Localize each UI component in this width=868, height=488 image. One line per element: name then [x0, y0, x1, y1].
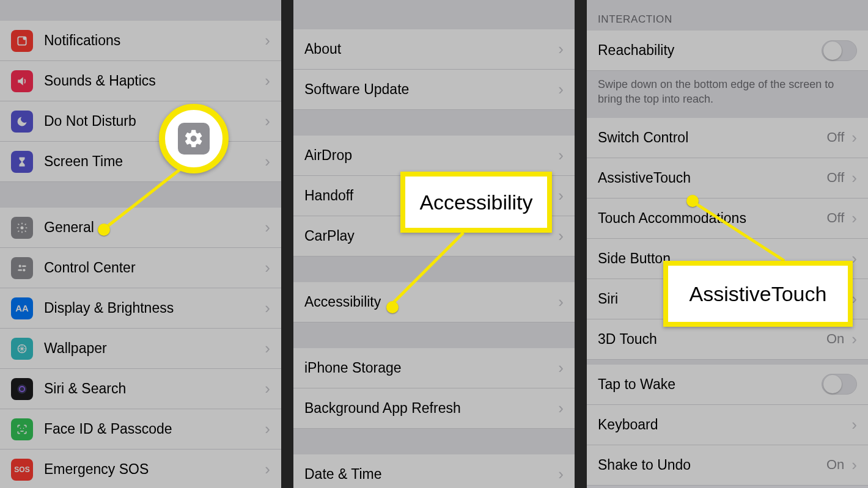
chevron-right-icon: ›: [849, 330, 857, 349]
row-controlcenter[interactable]: Control Center›: [0, 248, 281, 288]
row-handoff[interactable]: Handoff›: [293, 176, 575, 216]
row-shaketoundo[interactable]: Shake to UndoOn›: [587, 445, 868, 486]
row-wallpaper[interactable]: Wallpaper›: [0, 329, 281, 369]
row-label: Accessibility: [304, 294, 556, 310]
row-label: Keyboard: [598, 417, 849, 433]
svg-point-5: [23, 269, 25, 271]
row-keyboard[interactable]: Keyboard›: [587, 405, 868, 445]
row-dnd[interactable]: Do Not Disturb›: [0, 101, 281, 142]
row-label: Emergency SOS: [44, 461, 262, 478]
chevron-right-icon: ›: [556, 146, 564, 165]
row-switchcontrol[interactable]: Switch ControlOff›: [587, 118, 868, 158]
row-reachability[interactable]: Reachability: [587, 31, 868, 71]
row-sounds[interactable]: Sounds & Haptics›: [0, 61, 281, 101]
controls-icon: [11, 257, 33, 279]
chevron-right-icon: ›: [556, 40, 564, 59]
section-header-interaction: INTERACTION: [587, 0, 868, 31]
row-label: About: [304, 41, 556, 57]
row-sidebutton[interactable]: Side Button›: [587, 239, 868, 279]
row-faceid[interactable]: Face ID & Passcode›: [0, 409, 281, 450]
row-screentime[interactable]: Screen Time›: [0, 142, 281, 182]
row-about[interactable]: About›: [293, 29, 575, 70]
row-carplay[interactable]: CarPlay›: [293, 216, 575, 257]
row-assistivetouch[interactable]: AssistiveTouchOff›: [587, 158, 868, 198]
row-label: Side Button: [598, 250, 849, 267]
row-general[interactable]: General›: [0, 208, 281, 248]
row-label: Handoff: [304, 188, 556, 204]
chevron-right-icon: ›: [556, 359, 564, 377]
row-taptowake[interactable]: Tap to Wake: [587, 365, 868, 405]
sos-icon: SOS: [11, 459, 33, 481]
row-sos[interactable]: SOSEmergency SOS›: [0, 450, 281, 488]
row-value: Off: [826, 170, 844, 186]
chevron-right-icon: ›: [262, 460, 270, 479]
siri-icon: [11, 378, 33, 400]
chevron-right-icon: ›: [262, 31, 270, 50]
chevron-right-icon: ›: [849, 415, 857, 434]
row-siri[interactable]: Siri & Search›: [0, 369, 281, 409]
row-update[interactable]: Software Update›: [293, 70, 575, 110]
chevron-right-icon: ›: [556, 399, 564, 418]
svg-rect-6: [18, 269, 22, 271]
row-display[interactable]: AADisplay & Brightness›: [0, 288, 281, 329]
chevron-right-icon: ›: [262, 420, 270, 439]
row-siri-row[interactable]: Siri›: [587, 279, 868, 319]
chevron-right-icon: ›: [262, 299, 270, 318]
svg-point-12: [23, 428, 24, 429]
row-touchaccom[interactable]: Touch AccommodationsOff›: [587, 198, 868, 239]
row-label: Background App Refresh: [304, 400, 556, 417]
row-label: 3D Touch: [598, 331, 826, 348]
row-value: On: [826, 331, 844, 347]
row-label: Display & Brightness: [44, 300, 262, 316]
toggle-reachability[interactable]: [822, 40, 857, 61]
toggle-taptowake[interactable]: [822, 374, 857, 395]
row-datetime[interactable]: Date & Time›: [293, 454, 575, 488]
chevron-right-icon: ›: [849, 169, 857, 188]
row-notifications[interactable]: Notifications›: [0, 21, 281, 61]
chevron-right-icon: ›: [849, 128, 857, 147]
row-accessibility[interactable]: Accessibility›: [293, 282, 575, 322]
row-label: Wallpaper: [44, 340, 262, 357]
chevron-right-icon: ›: [849, 290, 857, 308]
row-label: Siri & Search: [44, 381, 262, 397]
row-label: AssistiveTouch: [598, 170, 826, 186]
svg-rect-4: [22, 265, 26, 267]
chevron-right-icon: ›: [262, 379, 270, 398]
chevron-right-icon: ›: [262, 339, 270, 358]
chevron-right-icon: ›: [556, 227, 564, 246]
notifications-icon: [11, 30, 33, 52]
gear-icon: [11, 217, 33, 239]
row-label: Touch Accommodations: [598, 210, 826, 227]
chevron-right-icon: ›: [556, 80, 564, 99]
chevron-right-icon: ›: [262, 152, 270, 171]
row-label: Control Center: [44, 260, 262, 276]
row-3dtouch[interactable]: 3D TouchOn›: [587, 319, 868, 360]
row-value: On: [826, 457, 844, 473]
row-storage[interactable]: iPhone Storage›: [293, 348, 575, 388]
row-label: Software Update: [304, 81, 556, 98]
display-icon: AA: [11, 297, 33, 319]
reachability-note: Swipe down on the bottom edge of the scr…: [587, 71, 868, 118]
chevron-right-icon: ›: [262, 112, 270, 131]
chevron-right-icon: ›: [849, 209, 857, 228]
row-label: Date & Time: [304, 466, 556, 483]
chevron-right-icon: ›: [849, 456, 857, 475]
chevron-right-icon: ›: [262, 71, 270, 90]
accessibility-panel: INTERACTION Reachability Swipe down on t…: [587, 0, 868, 488]
svg-point-3: [19, 264, 21, 267]
row-value: Off: [826, 129, 844, 145]
hourglass-icon: [11, 151, 33, 173]
row-bgrefresh[interactable]: Background App Refresh›: [293, 388, 575, 429]
row-label: CarPlay: [304, 228, 556, 244]
settings-main-panel: Notifications›Sounds & Haptics›Do Not Di…: [0, 0, 281, 488]
svg-point-9: [18, 384, 27, 393]
row-label: Do Not Disturb: [44, 113, 262, 129]
sounds-icon: [11, 70, 33, 92]
row-value: Off: [826, 210, 844, 226]
chevron-right-icon: ›: [849, 249, 857, 268]
chevron-right-icon: ›: [262, 218, 270, 237]
chevron-right-icon: ›: [556, 186, 564, 205]
row-label: Siri: [598, 291, 849, 307]
row-airdrop[interactable]: AirDrop›: [293, 136, 575, 176]
row-label: Notifications: [44, 32, 262, 49]
